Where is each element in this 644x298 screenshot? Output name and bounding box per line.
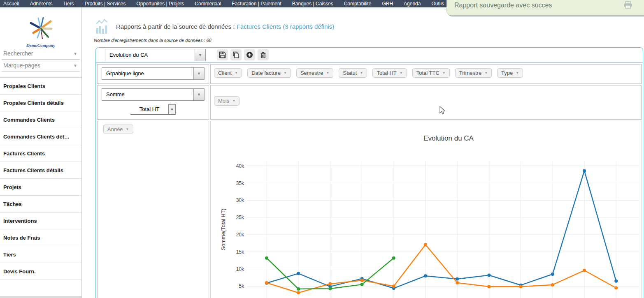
chevron-down-icon[interactable]: ▼ xyxy=(516,71,519,75)
copy-icon xyxy=(232,51,239,58)
chevron-down-icon[interactable]: ▼ xyxy=(168,104,176,114)
report-source-item[interactable]: Tâches xyxy=(0,196,81,213)
report-source-item[interactable]: Devis Fourn. xyxy=(0,263,81,280)
bookmarks-dropdown-label: Marque-pages xyxy=(3,62,40,69)
data-point xyxy=(551,283,554,286)
report-source-item[interactable]: Propales Clients xyxy=(0,78,81,95)
chevron-down-icon[interactable]: ▼ xyxy=(400,71,403,75)
renderer-cell: Grpahique ligne ▼ xyxy=(97,64,209,84)
search-dropdown[interactable]: Rechercher ▼ xyxy=(2,48,80,60)
chevron-down-icon[interactable]: ▼ xyxy=(126,127,129,131)
data-point xyxy=(487,274,491,277)
nav-menu-item[interactable]: GRH xyxy=(382,1,393,7)
chevron-down-icon[interactable]: ▼ xyxy=(193,89,204,100)
report-select-value: Evolution du CA xyxy=(105,49,195,61)
chevron-down-icon: ▼ xyxy=(73,63,77,68)
add-report-button[interactable] xyxy=(244,49,255,60)
chevron-down-icon[interactable]: ▼ xyxy=(235,71,238,75)
aggregator-field-select[interactable]: Total HT ▼ xyxy=(130,104,176,115)
chevron-down-icon[interactable]: ▼ xyxy=(195,49,205,61)
logo-starburst-icon xyxy=(28,16,54,40)
data-point xyxy=(328,282,332,285)
data-point xyxy=(519,285,523,288)
nav-menu-item[interactable]: Accueil xyxy=(3,1,19,7)
y-axis-tick: 25k xyxy=(236,215,244,220)
data-point xyxy=(328,287,332,290)
nav-menu-item[interactable]: Produits | Services xyxy=(85,1,126,7)
data-point xyxy=(360,279,364,282)
report-source-item[interactable]: Commandes Clients xyxy=(0,111,81,128)
duplicate-report-button[interactable] xyxy=(230,49,242,60)
nav-menu-item[interactable]: Facturation | Paiement xyxy=(232,1,281,7)
field-pill-mois[interactable]: Mois▼ xyxy=(214,96,239,106)
field-pill[interactable]: Date facture▼ xyxy=(247,68,291,78)
field-pill[interactable]: Type▼ xyxy=(497,68,523,78)
bookmarks-dropdown[interactable]: Marque-pages ▼ xyxy=(2,60,80,72)
trash-icon xyxy=(260,51,267,58)
save-report-button[interactable] xyxy=(217,49,228,60)
report-source-item[interactable]: Propales Clients détails xyxy=(0,95,81,111)
chevron-down-icon[interactable]: ▼ xyxy=(442,71,446,75)
chevron-down-icon[interactable]: ▼ xyxy=(284,71,287,75)
mouse-cursor xyxy=(439,106,445,115)
save-icon xyxy=(219,51,226,58)
nav-menu-item[interactable]: Outils xyxy=(431,1,444,7)
data-point xyxy=(456,277,459,281)
report-source-item[interactable]: Tiers xyxy=(0,246,81,263)
field-pill[interactable]: Total HT▼ xyxy=(372,68,407,78)
field-pill[interactable]: Statut▼ xyxy=(339,68,367,78)
aggregator-select[interactable]: Somme ▼ xyxy=(102,88,205,101)
report-source-item[interactable]: Interventions xyxy=(0,213,81,229)
field-pill[interactable]: Total TTC▼ xyxy=(412,68,450,78)
field-pill[interactable]: Semestre▼ xyxy=(296,68,334,78)
report-source-item[interactable]: Projets xyxy=(0,179,81,196)
aggregator-cell: Somme ▼ Total HT ▼ xyxy=(97,85,209,120)
pivot-builder: Grpahique ligne ▼ Client▼Date facture▼Se… xyxy=(96,62,643,298)
renderer-select[interactable]: Grpahique ligne ▼ xyxy=(102,67,205,80)
line-chart: 5k10k15k20k25k30k35k40kEvolution du CASo… xyxy=(211,121,644,298)
nav-menu-item[interactable]: Adhérents xyxy=(30,1,53,7)
data-point xyxy=(583,269,586,272)
plus-circle-icon xyxy=(246,51,253,58)
data-point xyxy=(487,285,491,288)
chevron-down-icon: ▼ xyxy=(73,51,77,56)
chevron-down-icon[interactable]: ▼ xyxy=(232,99,235,103)
report-source-item[interactable]: Factures Clients xyxy=(0,145,81,162)
chevron-down-icon[interactable]: ▼ xyxy=(360,71,363,75)
y-axis-tick: 15k xyxy=(236,249,244,255)
data-source-link[interactable]: Factures Clients (3 rapports définis) xyxy=(237,23,335,30)
report-source-item[interactable]: Commandes Clients dét… xyxy=(0,128,81,145)
data-point xyxy=(392,284,395,288)
page-title: Rapports à partir de la source de donnée… xyxy=(116,23,334,30)
data-point xyxy=(614,286,618,289)
renderer-select-value: Grpahique ligne xyxy=(102,68,193,79)
report-source-item[interactable]: Factures Clients détails xyxy=(0,162,81,179)
report-toolbar: Evolution du CA ▼ xyxy=(96,48,643,62)
chevron-down-icon[interactable]: ▼ xyxy=(193,68,204,79)
nav-menu-item[interactable]: Agenda xyxy=(404,1,421,7)
records-count-text: Nombre d'enregistrements dans la source … xyxy=(94,38,212,43)
nav-menu-item[interactable]: Tiers xyxy=(63,1,74,7)
y-axis-tick: 40k xyxy=(236,163,244,169)
chevron-down-icon[interactable]: ▼ xyxy=(326,71,330,75)
field-pill[interactable]: Trimestre▼ xyxy=(455,68,492,78)
print-icon[interactable] xyxy=(624,1,632,9)
nav-menu-item[interactable]: Opportunités | Projets xyxy=(136,1,184,7)
data-point xyxy=(583,169,586,172)
nav-menu-item[interactable]: Comptabilité xyxy=(344,1,372,7)
report-source-item[interactable]: Notes de Frais xyxy=(0,229,81,246)
data-point xyxy=(360,283,364,286)
nav-menu-item[interactable]: Commercial xyxy=(195,1,221,7)
field-pill[interactable]: Client▼ xyxy=(214,68,242,78)
chart-serie-1 xyxy=(267,171,616,288)
y-axis-tick: 30k xyxy=(236,197,244,203)
logo-text: DemoCompany xyxy=(0,43,81,48)
report-select[interactable]: Evolution du CA ▼ xyxy=(105,49,206,61)
nav-menu-item[interactable]: Banques | Caisses xyxy=(292,1,333,7)
save-success-toast: Rapport sauvegarde avec succes xyxy=(446,0,644,16)
row-fields-area: Année▼ xyxy=(97,121,209,298)
delete-report-button[interactable] xyxy=(258,49,269,60)
chevron-down-icon[interactable]: ▼ xyxy=(484,71,488,75)
field-pill-annee[interactable]: Année▼ xyxy=(103,125,133,134)
data-point xyxy=(297,272,300,275)
